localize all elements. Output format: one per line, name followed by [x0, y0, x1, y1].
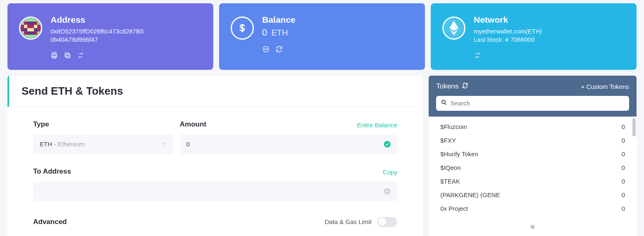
refresh-icon[interactable] [275, 45, 283, 55]
copy-icon[interactable] [64, 52, 71, 61]
network-card: Network myetherwallet.com(ETH) Last bloc… [431, 3, 637, 70]
svg-point-8 [267, 49, 268, 50]
gas-label: Data & Gas Limit [325, 218, 371, 225]
amount-input[interactable] [186, 134, 391, 154]
token-name: $TEAK [440, 178, 460, 185]
network-title: Network [474, 15, 625, 25]
address-line2: 0b40A78d996f47 [51, 36, 202, 44]
token-balance: 0 [622, 205, 625, 212]
token-name: 0x Project [440, 205, 468, 212]
token-name: $FXY [440, 137, 456, 144]
token-type-dropdown[interactable]: ETH - Ethereum [33, 134, 174, 154]
token-item[interactable]: $FXY0 [429, 133, 637, 147]
send-header: Send ETH & Tokens [7, 76, 423, 107]
balance-title: Balance [262, 15, 413, 25]
token-item[interactable]: $Hurify Token0 [429, 147, 637, 161]
swap-icon[interactable] [77, 52, 84, 61]
swap-icon[interactable] [474, 52, 481, 61]
svg-point-9 [442, 100, 445, 103]
balance-number: 0 [262, 27, 267, 38]
tokens-panel: Tokens + Custom Tokens $Fluzcoin0$FXY0$H… [429, 76, 637, 236]
token-balance: 0 [622, 164, 625, 171]
send-title: Send ETH & Tokens [22, 85, 410, 98]
more-icon[interactable] [262, 45, 270, 55]
token-balance: 0 [622, 137, 625, 144]
advanced-label: Advanced [33, 218, 67, 226]
network-line2: Last block: # 7066000 [474, 36, 625, 44]
copy-link[interactable]: Copy [383, 169, 397, 176]
check-icon [384, 141, 391, 148]
identicon-icon [19, 17, 42, 40]
add-custom-tokens[interactable]: + Custom Tokens [581, 83, 629, 90]
balance-unit: ETH [271, 28, 288, 38]
address-card: Address 0x8D52375ffD028f6c473c8287B5 0b4… [7, 3, 213, 70]
token-name: $Fluzcoin [440, 123, 467, 130]
svg-point-7 [265, 49, 266, 50]
ethereum-icon [442, 17, 466, 40]
token-balance: 0 [622, 123, 625, 130]
token-search-input[interactable] [450, 96, 624, 111]
to-address-label: To Address [33, 167, 71, 176]
token-list[interactable]: $Fluzcoin0$FXY0$Hurify Token0$IQeon0$TEA… [429, 117, 637, 219]
tokens-title: Tokens [436, 82, 468, 91]
dollar-icon [231, 17, 254, 40]
token-search-wrap [436, 96, 629, 111]
svg-point-6 [264, 49, 265, 50]
token-item[interactable]: (PARKGENE) (GENE0 [429, 188, 637, 202]
svg-rect-4 [65, 53, 69, 57]
entire-balance-link[interactable]: Entire Balance [357, 122, 398, 129]
amount-label: Amount [180, 120, 206, 129]
token-balance: 0 [622, 178, 625, 185]
token-balance: 0 [622, 150, 625, 157]
token-item[interactable]: $TEAK0 [429, 174, 637, 188]
address-title: Address [51, 15, 202, 25]
network-line1: myetherwallet.com(ETH) [474, 27, 625, 36]
token-name: $Hurify Token [440, 150, 478, 157]
advanced-toggle[interactable] [377, 217, 397, 227]
refresh-icon[interactable] [462, 82, 468, 91]
check-empty-icon [384, 188, 391, 195]
print-icon[interactable] [51, 52, 58, 61]
balance-value-row: 0 ETH [262, 27, 413, 38]
advanced-row: Advanced Data & Gas Limit [33, 215, 397, 227]
to-address-input[interactable] [40, 181, 391, 201]
balance-card: Balance 0 ETH [219, 3, 425, 70]
to-address-field [33, 181, 397, 201]
scrollbar[interactable] [632, 118, 636, 136]
address-line1: 0x8D52375ffD028f6c473c8287B5 [51, 27, 202, 36]
token-item[interactable]: $Fluzcoin0 [429, 120, 637, 133]
amount-field [180, 134, 397, 154]
svg-rect-3 [66, 54, 70, 58]
token-item[interactable]: $IQeon0 [429, 161, 637, 174]
dropdown-selected: ETH - Ethereum [40, 141, 84, 148]
chevron-down-icon [162, 141, 167, 148]
token-name: (PARKGENE) (GENE [440, 191, 500, 198]
token-item[interactable]: 0x Project0 [429, 202, 637, 215]
type-label: Type [33, 120, 49, 129]
token-name: $IQeon [440, 164, 461, 171]
token-balance: 0 [622, 191, 625, 198]
send-panel: Send ETH & Tokens Type ETH - Ethereum [7, 76, 423, 236]
expand-tokens[interactable] [429, 219, 637, 236]
search-icon [441, 100, 447, 107]
